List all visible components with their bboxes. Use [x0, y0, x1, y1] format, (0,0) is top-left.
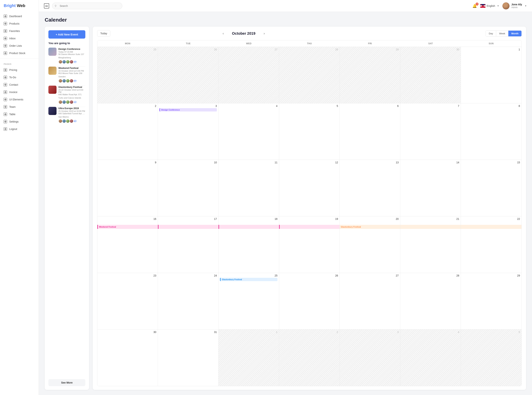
day-view-button[interactable]: Day: [486, 31, 496, 36]
attendee-avatar: [69, 60, 73, 64]
week-view-button[interactable]: Week: [496, 31, 508, 36]
notification-button[interactable]: 🔔 6: [472, 4, 477, 8]
add-event-button[interactable]: + Add New Event: [48, 30, 85, 38]
sidebar-item-invoice[interactable]: Invoice: [0, 88, 39, 96]
cal-cell-w5d6[interactable]: 5: [461, 329, 521, 386]
day-header-fri: FRI: [340, 40, 400, 47]
avatar: [503, 2, 510, 9]
cal-date-number: 27: [220, 48, 277, 51]
see-more-button[interactable]: See More: [48, 379, 85, 386]
cal-cell-w4d1[interactable]: 24: [158, 273, 218, 329]
cal-cell-w0d3[interactable]: 28: [279, 47, 340, 103]
cal-cell-w1d5[interactable]: 7: [400, 103, 461, 160]
cal-cell-w3d4[interactable]: 20Glastonbury Festival: [340, 216, 400, 273]
nav-icon-todo: [4, 76, 7, 79]
cal-cell-w2d1[interactable]: 10: [158, 160, 218, 216]
nav-icon-logout: [4, 127, 7, 131]
sidebar-item-products[interactable]: Products: [0, 20, 39, 27]
cal-cell-w5d3[interactable]: 2: [279, 329, 340, 386]
nav-label-product-stock: Product Stock: [9, 52, 25, 55]
cal-cell-w3d0[interactable]: 16Weekend Festival: [97, 216, 158, 273]
attendee-avatar: [62, 60, 66, 64]
cal-cell-w2d2[interactable]: 11: [218, 160, 279, 216]
sidebar-item-table[interactable]: Table: [0, 110, 39, 118]
menu-toggle-button[interactable]: [44, 3, 49, 9]
cal-cell-w4d4[interactable]: 27: [340, 273, 400, 329]
cal-cell-w0d6[interactable]: 1: [461, 47, 521, 103]
cal-cell-w5d1[interactable]: 31: [158, 329, 218, 386]
cal-cell-w3d3[interactable]: 19: [279, 216, 340, 273]
cal-cell-w4d6[interactable]: 29: [461, 273, 521, 329]
event-info: Glastonbury Festival 20-22 Octuber 2019 …: [58, 86, 85, 104]
cal-cell-w4d2[interactable]: 25Glastonbury Festival: [218, 273, 279, 329]
cal-event-design-conference[interactable]: Design Conference: [159, 108, 217, 111]
cal-cell-w0d5[interactable]: 30: [400, 47, 461, 103]
sidebar-nav: Dashboard Products Favorites Inbox Order…: [0, 12, 39, 57]
brand-logo[interactable]: Bright Web: [0, 3, 39, 12]
user-menu[interactable]: Jone Aly Admin ▼: [503, 2, 527, 9]
sidebar-item-settings[interactable]: Settings: [0, 118, 39, 125]
cal-cell-w0d2[interactable]: 27: [218, 47, 279, 103]
month-view-button[interactable]: Month: [508, 31, 521, 36]
sidebar-item-inbox[interactable]: Inbox: [0, 35, 39, 42]
cal-date-number: 4: [220, 104, 277, 107]
span-event-weekend-festival[interactable]: Weekend Festival: [97, 225, 158, 229]
calendar-header: Today ‹ October 2019 › Day Week Month: [97, 30, 522, 37]
cal-cell-w5d0[interactable]: 30: [97, 329, 158, 386]
search-input[interactable]: [52, 3, 122, 9]
nav-label-todo: To-Do: [9, 76, 16, 79]
cal-cell-w2d5[interactable]: 14: [400, 160, 461, 216]
cal-date-number: 3: [341, 331, 399, 334]
cal-cell-w1d2[interactable]: 4: [218, 103, 279, 160]
cal-cell-w5d5[interactable]: 4: [400, 329, 461, 386]
cal-cell-w2d3[interactable]: 12: [279, 160, 340, 216]
cal-week-4: 232425Glastonbury Festival26272829: [97, 273, 521, 329]
cal-cell-w3d2[interactable]: 18: [218, 216, 279, 273]
cal-cell-w2d0[interactable]: 9: [97, 160, 158, 216]
sidebar-item-pricing[interactable]: Pricing: [0, 66, 39, 74]
nav-label-dashboard: Dashboard: [9, 15, 22, 18]
sidebar-item-dashboard[interactable]: Dashboard: [0, 12, 39, 20]
cal-cell-w4d3[interactable]: 26: [279, 273, 340, 329]
cal-cell-w2d6[interactable]: 15: [461, 160, 521, 216]
cal-cell-w1d0[interactable]: 2: [97, 103, 158, 160]
user-role: Admin: [511, 6, 522, 9]
cal-cell-w3d6[interactable]: 22: [461, 216, 521, 273]
cal-event-glastonbury-festival[interactable]: Glastonbury Festival: [220, 278, 277, 281]
cal-date-number: 15: [462, 161, 520, 164]
sidebar-item-order-lists[interactable]: Order Lists: [0, 42, 39, 49]
cal-cell-w0d0[interactable]: 25: [97, 47, 158, 103]
event-thumbnail: [48, 86, 56, 94]
sidebar-item-team[interactable]: Team: [0, 103, 39, 110]
cal-cell-w3d1[interactable]: 17: [158, 216, 218, 273]
cal-cell-w0d4[interactable]: 29: [340, 47, 400, 103]
sidebar-item-ui-elements[interactable]: UI Elements: [0, 96, 39, 103]
cal-cell-w0d1[interactable]: 26: [158, 47, 218, 103]
prev-month-button[interactable]: ‹: [221, 31, 225, 36]
span-event-glastonbury-festival[interactable]: Glastonbury Festival: [340, 225, 400, 229]
cal-cell-w1d3[interactable]: 5: [279, 103, 340, 160]
cal-cell-w1d4[interactable]: 6: [340, 103, 400, 160]
cal-cell-w4d5[interactable]: 28: [400, 273, 461, 329]
sidebar-item-logout[interactable]: Logout: [0, 125, 39, 133]
next-month-button[interactable]: ›: [262, 31, 266, 36]
cal-cell-w5d4[interactable]: 3: [340, 329, 400, 386]
sidebar-item-favorites[interactable]: Favorites: [0, 27, 39, 35]
cal-cell-w2d4[interactable]: 13: [340, 160, 400, 216]
cal-cell-w5d2[interactable]: 1: [218, 329, 279, 386]
cal-date-number: 16: [99, 217, 156, 220]
cal-date-number: 1: [462, 48, 520, 51]
nav-icon-ui-elements: [4, 98, 7, 101]
today-button[interactable]: Today: [97, 30, 110, 37]
cal-cell-w3d5[interactable]: 21: [400, 216, 461, 273]
sidebar-item-todo[interactable]: To-Do: [0, 74, 39, 81]
day-header-thu: THU: [279, 40, 340, 47]
cal-date-number: 8: [462, 104, 520, 107]
language-selector[interactable]: English ▼: [480, 4, 499, 8]
cal-cell-w1d6[interactable]: 8: [461, 103, 521, 160]
cal-cell-w1d1[interactable]: 3Design Conference: [158, 103, 218, 160]
sidebar-item-contact[interactable]: Contact: [0, 81, 39, 88]
language-label: English: [487, 5, 495, 7]
cal-cell-w4d0[interactable]: 23: [97, 273, 158, 329]
sidebar-item-product-stock[interactable]: Product Stock: [0, 49, 39, 57]
